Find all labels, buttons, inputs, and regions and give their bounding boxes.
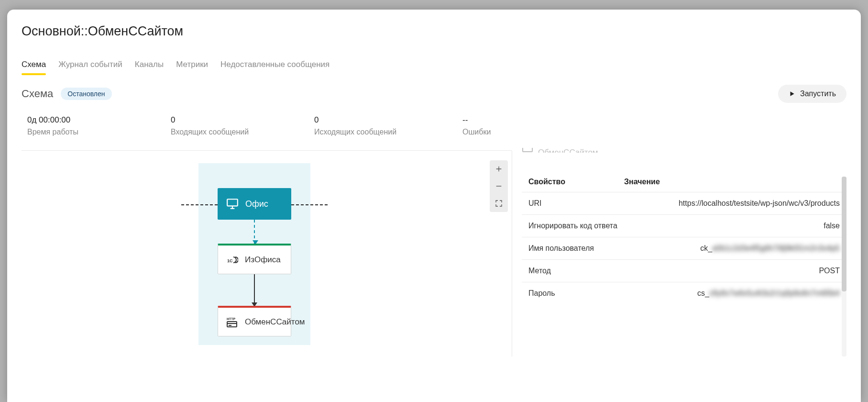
modal-panel: Основной::ОбменССайтом Схема Журнал собы… (7, 10, 861, 402)
node-from-office[interactable]: 1C ИзОфиса (218, 244, 291, 274)
metric-label: Ошибки (462, 128, 558, 136)
prop-value: cs_z9y8x7w6v5u4t3s2r1q0p9o8n7m6l5k4 (624, 289, 840, 298)
svg-rect-8 (523, 148, 532, 152)
prop-name: Имя пользователя (528, 244, 624, 253)
node-label: ОбменССайтом (245, 317, 305, 327)
table-row[interactable]: Пароль cs_z9y8x7w6v5u4t3s2r1q0p9o8n7m6l5… (522, 282, 846, 304)
heading-row: Схема Остановлен Запустить (22, 85, 846, 103)
metric-errors: -- Ошибки (462, 115, 558, 136)
run-button[interactable]: Запустить (778, 85, 846, 103)
status-badge: Остановлен (61, 88, 111, 100)
zoom-in-button[interactable] (490, 160, 508, 178)
page-title: Основной::ОбменССайтом (22, 24, 846, 39)
node-label: Офис (245, 199, 268, 209)
prop-name: URI (528, 199, 624, 208)
table-row[interactable]: Имя пользователя ck_a0b1c2d3e4f5g6h7i8j9… (522, 237, 846, 259)
prop-name: Метод (528, 267, 624, 275)
minus-icon (495, 182, 503, 190)
zoom-out-button[interactable] (490, 178, 508, 195)
monitor-icon (226, 198, 239, 210)
zoom-controls (490, 160, 508, 212)
metric-value: 0д 00:00:00 (27, 115, 171, 125)
node-exchange[interactable]: HTTP ОбменССайтом (218, 306, 291, 336)
node-label: ИзОфиса (245, 255, 281, 265)
http-icon (522, 148, 533, 153)
col-property: Свойство (528, 178, 624, 186)
scrollbar-thumb[interactable] (842, 177, 846, 291)
metric-label: Входящих сообщений (171, 128, 314, 136)
prop-value: POST (624, 267, 840, 275)
prop-value: https://localhost/testsite/wp-json/wc/v3… (624, 199, 840, 208)
section-heading: Схема (22, 88, 53, 100)
metric-out: 0 Исходящих сообщений (314, 115, 458, 136)
metric-label: Исходящих сообщений (314, 128, 458, 136)
one-c-icon: 1C (227, 254, 238, 266)
play-icon (789, 90, 795, 97)
svg-text:HTTP: HTTP (227, 317, 236, 321)
tab-journal[interactable]: Журнал событий (58, 60, 122, 74)
arrow-solid (254, 274, 255, 306)
panel-header: ОбменССайтом (522, 148, 846, 153)
metric-uptime: 0д 00:00:00 Время работы (27, 115, 171, 136)
fullscreen-icon (495, 200, 503, 207)
properties-panel: ОбменССайтом Свойство Значение URI https… (512, 151, 846, 357)
diagram-canvas[interactable]: Офис 1C ИзОфиса HTTP (198, 163, 310, 345)
plus-icon (495, 165, 503, 173)
run-button-label: Запустить (800, 89, 836, 98)
http-icon: HTTP (227, 316, 238, 328)
table-header: Свойство Значение (522, 172, 846, 192)
tab-schema[interactable]: Схема (22, 60, 46, 74)
svg-rect-5 (227, 322, 237, 327)
table-row[interactable]: Игнорировать код ответа false (522, 214, 846, 237)
metric-value: -- (462, 115, 558, 125)
panel-scrollbar[interactable] (842, 177, 846, 357)
zoom-fit-button[interactable] (490, 195, 508, 212)
blurred-secret: z9y8x7w6v5u4t3s2r1q0p9o8n7m6l5k4 (709, 289, 840, 297)
svg-text:1C: 1C (227, 258, 233, 263)
diagram-canvas-area[interactable]: Офис 1C ИзОфиса HTTP (22, 151, 512, 357)
tab-metrics[interactable]: Метрики (176, 60, 208, 74)
prop-name: Пароль (528, 289, 624, 298)
prop-value: false (624, 222, 840, 230)
prop-name: Игнорировать код ответа (528, 222, 624, 230)
tab-channels[interactable]: Каналы (135, 60, 164, 74)
svg-rect-0 (227, 199, 238, 206)
metrics-row: 0д 00:00:00 Время работы 0 Входящих сооб… (22, 115, 846, 136)
node-office[interactable]: Офис (218, 188, 291, 220)
properties-table: Свойство Значение URI https://localhost/… (522, 172, 846, 304)
prop-value: ck_a0b1c2d3e4f5g6h7i8j9k0l1m2n3o4p5 (624, 244, 840, 253)
metric-value: 0 (314, 115, 458, 125)
table-row[interactable]: URI https://localhost/testsite/wp-json/w… (522, 192, 846, 214)
metric-label: Время работы (27, 128, 171, 136)
metric-in: 0 Входящих сообщений (171, 115, 314, 136)
blurred-secret: a0b1c2d3e4f5g6h7i8j9k0l1m2n3o4p5 (712, 244, 840, 252)
arrow-dashed (254, 220, 255, 244)
tab-undelivered[interactable]: Недоставленные сообщения (220, 60, 330, 74)
tabs: Схема Журнал событий Каналы Метрики Недо… (22, 60, 846, 74)
metric-value: 0 (171, 115, 314, 125)
table-row[interactable]: Метод POST (522, 259, 846, 282)
col-value: Значение (624, 178, 660, 186)
